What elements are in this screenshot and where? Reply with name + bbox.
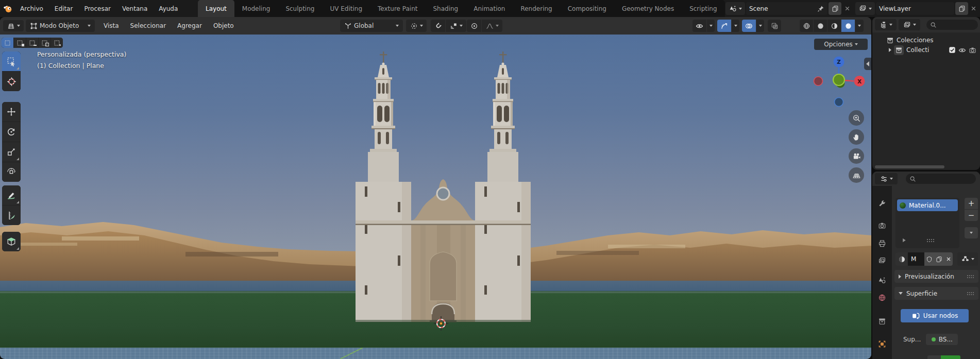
tab-modeling[interactable]: Modeling bbox=[234, 0, 278, 17]
grip-dots-icon[interactable] bbox=[967, 275, 974, 279]
menu-ventana[interactable]: Ventana bbox=[116, 0, 153, 17]
options-dropdown[interactable]: Opciones bbox=[814, 39, 868, 50]
tab-sculpting[interactable]: Sculpting bbox=[278, 0, 322, 17]
tool-add-cube[interactable] bbox=[2, 232, 21, 251]
tab-output-properties[interactable] bbox=[872, 236, 892, 251]
xray-toggle[interactable] bbox=[768, 20, 781, 32]
tab-scene-properties[interactable] bbox=[872, 272, 892, 288]
tab-object-properties[interactable] bbox=[872, 336, 892, 352]
visibility-toggle[interactable] bbox=[692, 20, 706, 32]
app-menu-button[interactable] bbox=[3, 0, 12, 17]
show-overlays-toggle[interactable] bbox=[742, 20, 756, 32]
ortho-toggle-button[interactable] bbox=[849, 167, 864, 183]
tool-transform[interactable] bbox=[2, 162, 21, 182]
gizmo-dropdown[interactable] bbox=[732, 20, 739, 32]
menu-objeto[interactable]: Objeto bbox=[208, 17, 240, 35]
menu-ayuda[interactable]: Ayuda bbox=[153, 0, 183, 17]
shading-solid-button[interactable] bbox=[814, 20, 827, 32]
view-layer-copy-button[interactable] bbox=[955, 2, 968, 15]
shading-wireframe-button[interactable] bbox=[800, 20, 813, 32]
select-mode-invert[interactable] bbox=[39, 38, 50, 48]
new-material-button[interactable] bbox=[934, 252, 944, 266]
tool-move[interactable] bbox=[2, 102, 21, 122]
editor-type-button[interactable] bbox=[3, 20, 24, 31]
scene-copy-button[interactable] bbox=[829, 2, 841, 15]
outliner-editor-type-button[interactable] bbox=[875, 19, 897, 30]
select-mode-extend[interactable] bbox=[14, 38, 26, 48]
pivot-point-dropdown[interactable] bbox=[406, 20, 427, 32]
disclosure-arrow-icon[interactable] bbox=[889, 48, 891, 52]
tab-uv-editing[interactable]: UV Editing bbox=[322, 0, 370, 17]
material-specials-dropdown[interactable] bbox=[965, 227, 978, 238]
tab-collection-properties[interactable] bbox=[872, 314, 892, 329]
sidebar-collapse-tab[interactable] bbox=[864, 58, 871, 70]
overlays-dropdown[interactable] bbox=[756, 20, 764, 32]
select-mode-intersect[interactable] bbox=[51, 38, 63, 48]
properties-editor-type-button[interactable] bbox=[875, 173, 898, 184]
tool-cursor[interactable] bbox=[2, 72, 21, 91]
tab-tool-properties[interactable] bbox=[872, 196, 892, 211]
tab-geometry-nodes[interactable]: Geometry Nodes bbox=[614, 0, 682, 17]
menu-archivo[interactable]: Archivo bbox=[14, 0, 49, 17]
preview-panel-header[interactable]: Previsualización bbox=[894, 270, 978, 283]
view-layer-name-field[interactable]: ViewLayer bbox=[876, 2, 954, 15]
select-mode-new[interactable] bbox=[2, 38, 13, 48]
transform-orientation-dropdown[interactable]: Global bbox=[340, 20, 403, 32]
outliner-search-input[interactable] bbox=[926, 20, 978, 30]
navigation-gizmo[interactable]: Z X bbox=[813, 54, 871, 111]
tool-select-box[interactable] bbox=[2, 52, 21, 71]
browse-material-button[interactable] bbox=[895, 252, 908, 266]
pan-button[interactable] bbox=[849, 129, 864, 145]
shading-rendered-button[interactable] bbox=[841, 20, 855, 32]
tab-view-layer-properties[interactable] bbox=[872, 253, 892, 268]
fake-user-button[interactable] bbox=[924, 252, 934, 266]
tab-world-properties[interactable] bbox=[872, 290, 892, 305]
tab-compositing[interactable]: Compositing bbox=[560, 0, 614, 17]
camera-view-button[interactable] bbox=[849, 148, 864, 164]
base-color-swatch-left[interactable] bbox=[927, 355, 941, 359]
tool-measure[interactable] bbox=[2, 206, 21, 225]
material-name-field[interactable]: M bbox=[908, 252, 924, 266]
zoom-button[interactable] bbox=[849, 110, 864, 126]
menu-vista[interactable]: Vista bbox=[98, 17, 125, 35]
snap-settings-dropdown[interactable] bbox=[446, 20, 466, 32]
tab-render-properties[interactable] bbox=[872, 218, 892, 233]
tab-texture-paint[interactable]: Texture Paint bbox=[370, 0, 425, 17]
outliner-scrollbar[interactable] bbox=[875, 165, 944, 168]
mode-dropdown[interactable]: Modo Objeto bbox=[26, 20, 95, 32]
scene-type-button[interactable] bbox=[725, 2, 745, 15]
tab-animation[interactable]: Animation bbox=[466, 0, 513, 17]
scene-unlink-button[interactable] bbox=[842, 2, 852, 15]
scene-collection-row[interactable]: Colecciones bbox=[886, 36, 934, 45]
add-material-slot-button[interactable]: + bbox=[965, 198, 978, 209]
use-nodes-button[interactable]: Usar nodos bbox=[901, 309, 969, 322]
proportional-falloff-dropdown[interactable] bbox=[482, 20, 502, 32]
unlink-material-button[interactable] bbox=[944, 252, 953, 266]
camera-visibility-icon[interactable] bbox=[969, 46, 976, 54]
tab-layout[interactable]: Layout bbox=[198, 0, 234, 17]
visibility-dropdown[interactable] bbox=[707, 20, 715, 32]
eye-icon[interactable] bbox=[958, 46, 966, 54]
pin-icon[interactable] bbox=[817, 5, 824, 12]
menu-procesar[interactable]: Procesar bbox=[78, 0, 116, 17]
tab-rendering[interactable]: Rendering bbox=[513, 0, 560, 17]
base-color-swatch[interactable] bbox=[941, 355, 960, 359]
collection-row[interactable]: Collecti bbox=[889, 45, 976, 55]
proportional-edit-button[interactable] bbox=[467, 20, 481, 32]
checkbox-checked-icon[interactable] bbox=[949, 46, 956, 54]
3d-viewport[interactable]: Personalizada (perspectiva) (1) Collecti… bbox=[0, 35, 871, 359]
node-tree-dropdown[interactable] bbox=[957, 252, 978, 266]
gizmo-axis-z-neg[interactable] bbox=[835, 98, 843, 107]
surface-shader-dropdown[interactable]: BS... bbox=[926, 334, 958, 345]
view-layer-type-button[interactable] bbox=[855, 2, 875, 15]
snap-toggle-button[interactable] bbox=[431, 20, 445, 32]
grip-dots-icon[interactable] bbox=[926, 238, 935, 243]
view-layer-unlink-button[interactable] bbox=[969, 2, 977, 15]
material-slot-item[interactable]: Material.0... bbox=[897, 199, 958, 211]
menu-seleccionar[interactable]: Seleccionar bbox=[125, 17, 172, 35]
shading-material-button[interactable] bbox=[827, 20, 841, 32]
select-mode-subtract[interactable] bbox=[26, 38, 38, 48]
remove-material-slot-button[interactable]: − bbox=[965, 210, 978, 221]
menu-agregar[interactable]: Agregar bbox=[172, 17, 208, 35]
tool-rotate[interactable] bbox=[2, 122, 21, 142]
